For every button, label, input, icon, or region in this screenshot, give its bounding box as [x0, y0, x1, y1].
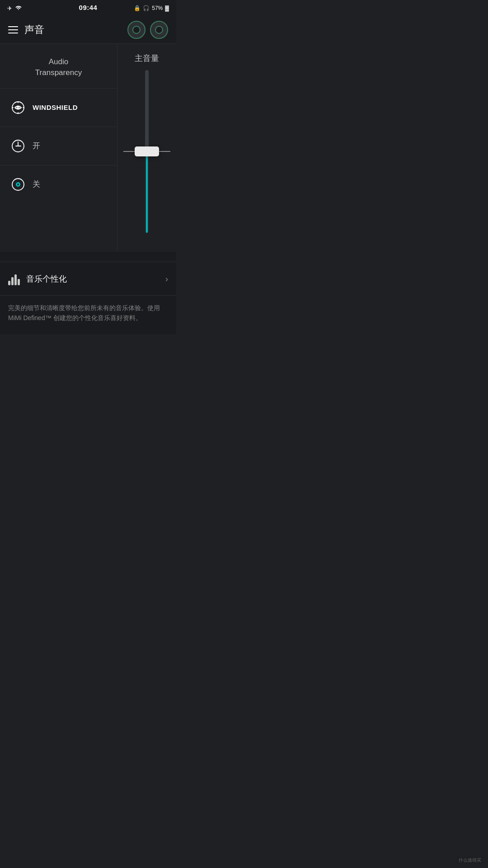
- windshield-label: WINDSHIELD: [33, 104, 78, 111]
- wifi-icon: [15, 5, 22, 12]
- music-bars-icon: [8, 273, 20, 285]
- slider-fill-bottom: [146, 151, 148, 233]
- on-option[interactable]: 开: [0, 127, 117, 165]
- status-left: ✈: [7, 5, 22, 12]
- on-icon: [10, 138, 26, 154]
- right-earbud-icon[interactable]: [150, 21, 168, 39]
- headphone-icon: 🎧: [143, 5, 150, 11]
- chevron-right-icon: ›: [165, 274, 168, 284]
- divider-space: [0, 252, 176, 261]
- left-earbud-icon[interactable]: [127, 21, 145, 39]
- left-panel: Audio Transparency WINDSHI: [0, 44, 117, 252]
- music-personalise-title: 音乐个性化: [26, 274, 67, 284]
- svg-point-1: [135, 28, 138, 31]
- lock-icon: 🔒: [134, 5, 141, 11]
- slider-fill-top: [145, 70, 149, 151]
- svg-point-2: [156, 27, 162, 33]
- off-label: 关: [33, 179, 40, 189]
- music-personalise-desc: 完美的细节和清晰度带给您前所未有的音乐体验。使用 MiMi Defined™ 创…: [0, 296, 176, 334]
- navbar: 声音: [0, 16, 176, 44]
- off-icon: [10, 176, 26, 193]
- svg-point-3: [158, 28, 160, 31]
- music-personalise-left: 音乐个性化: [8, 273, 67, 285]
- bottom-section: 音乐个性化 › 完美的细节和清晰度带给您前所未有的音乐体验。使用 MiMi De…: [0, 263, 176, 334]
- status-right: 🔒 🎧 57% ▓: [134, 5, 169, 11]
- battery-icon: ▓: [165, 5, 169, 11]
- battery-level: 57%: [152, 5, 163, 11]
- slider-handle[interactable]: [135, 146, 159, 156]
- menu-button[interactable]: [8, 26, 18, 33]
- status-bar: ✈ 09:44 🔒 🎧 57% ▓: [0, 0, 176, 16]
- main-content: Audio Transparency WINDSHI: [0, 44, 176, 334]
- right-panel: 主音量: [117, 44, 176, 252]
- page-title: 声音: [24, 23, 44, 37]
- svg-point-0: [134, 27, 139, 33]
- audio-transparency-label: Audio Transparency: [0, 44, 117, 89]
- on-label: 开: [33, 141, 40, 151]
- windshield-icon: [10, 99, 26, 116]
- top-section: Audio Transparency WINDSHI: [0, 44, 176, 252]
- status-time: 09:44: [79, 4, 98, 11]
- volume-label: 主音量: [135, 53, 159, 64]
- svg-point-5: [17, 106, 19, 108]
- volume-slider-container[interactable]: [117, 70, 176, 233]
- svg-point-9: [17, 184, 19, 185]
- windshield-option[interactable]: WINDSHIELD: [0, 89, 117, 127]
- nav-right: [127, 21, 168, 39]
- music-personalise-row[interactable]: 音乐个性化 ›: [0, 263, 176, 296]
- off-option[interactable]: 关: [0, 165, 117, 203]
- airplane-icon: ✈: [7, 5, 12, 12]
- nav-left: 声音: [8, 23, 44, 37]
